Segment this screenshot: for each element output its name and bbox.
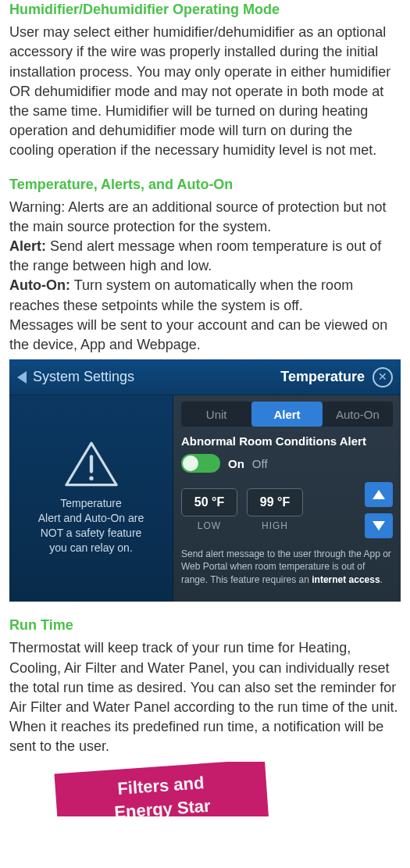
tab-autoon[interactable]: Auto-On [323,402,393,427]
decrease-button[interactable] [365,513,393,538]
section-runtime: Run Time Thermostat will keep track of y… [9,616,401,756]
section-humidifier: Humidifier/Dehumidifier Operating Mode U… [9,0,401,161]
toggle-off-label: Off [252,455,268,472]
device-body: Temperature Alert and Auto-On are NOT a … [9,395,401,602]
back-button[interactable]: System Settings [17,367,134,387]
increase-button[interactable] [365,482,393,507]
alert-subheading: Abnormal Room Conditions Alert [181,433,393,449]
arrow-down-icon [373,521,385,530]
filters-banner: Filters and Energy Star [54,762,269,816]
alert-line: Alert: Send alert message when room temp… [9,237,401,276]
low-column: 50 °F LOW [181,488,237,533]
device-right-panel: Unit Alert Auto-On Abnormal Room Conditi… [173,395,401,602]
tab-alert[interactable]: Alert [251,402,322,427]
tab-unit[interactable]: Unit [181,402,251,427]
messages-text: Messages will be sent to your account an… [9,316,401,355]
device-titlebar: System Settings Temperature ✕ [9,359,401,395]
alert-lead: Alert: [9,238,46,254]
note-bold: internet access [312,574,380,585]
heading-humidifier: Humidifier/Dehumidifier Operating Mode [9,0,401,20]
arrow-buttons [365,482,393,538]
heading-runtime: Run Time [9,616,401,635]
device-screenshot: System Settings Temperature ✕ Temperatur… [9,359,401,602]
banner-wrap: Filters and Energy Star [9,762,401,816]
tab-bar: Unit Alert Auto-On [181,402,393,427]
high-label: HIGH [262,520,288,533]
section-temp-alerts: Temperature, Alerts, and Auto-On Warning… [9,175,401,602]
low-value[interactable]: 50 °F [181,488,237,516]
titlebar-title: Temperature [280,367,365,387]
body-runtime: Thermostat will keep track of your run t… [9,638,401,756]
close-icon: ✕ [378,370,387,385]
body-humidifier: User may select either humidifier/dehumi… [9,23,401,160]
svg-point-2 [89,477,93,480]
autoon-line: Auto-On: Turn system on automatically wh… [9,276,401,315]
back-label: System Settings [33,367,134,387]
toggle-row: On Off [181,454,393,473]
values-row: 50 °F LOW 99 °F HIGH [181,482,393,538]
arrow-up-icon [373,490,385,499]
toggle-on-label: On [228,455,244,472]
alert-body: Send alert message when room temperature… [9,238,381,273]
alert-note: Send alert message to the user through t… [181,548,393,586]
high-column: 99 °F HIGH [247,488,303,533]
device-left-panel: Temperature Alert and Auto-On are NOT a … [9,395,173,602]
high-value[interactable]: 99 °F [247,488,303,516]
autoon-lead: Auto-On: [9,277,70,293]
device-left-caption: Temperature Alert and Auto-On are NOT a … [38,496,144,555]
warning-text: Warning: Alerts are an additional source… [9,198,401,237]
low-label: LOW [198,520,221,533]
close-button[interactable]: ✕ [373,367,393,388]
heading-temp-alerts: Temperature, Alerts, and Auto-On [9,175,401,195]
warning-triangle-icon [64,441,119,488]
note-post: . [380,574,383,585]
chevron-left-icon [17,371,27,384]
alert-toggle[interactable] [181,454,220,473]
